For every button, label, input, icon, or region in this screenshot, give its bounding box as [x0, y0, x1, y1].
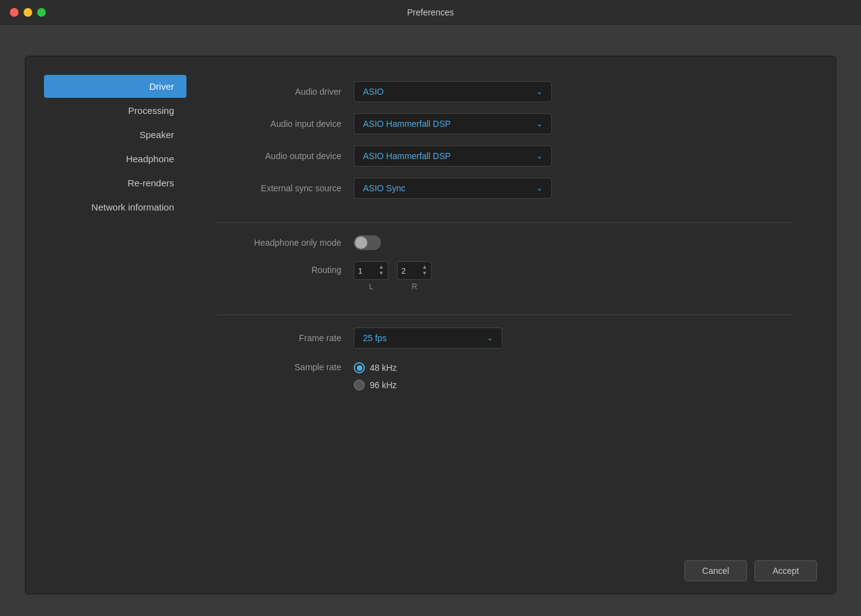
close-button[interactable] [10, 8, 19, 17]
window-controls [10, 8, 46, 17]
sample-rate-48-label: 48 kHz [370, 363, 397, 373]
sample-rate-96-label: 96 kHz [370, 380, 397, 390]
sample-rate-label: Sample rate [217, 362, 354, 372]
frame-rate-value: 25 fps [363, 333, 387, 343]
routing-inputs: 1 ▲ ▼ L 2 ▲ ▼ [354, 261, 432, 291]
frame-rate-row: Frame rate 25 fps ⌄ [217, 328, 792, 349]
sidebar-item-processing[interactable]: Processing [44, 99, 186, 122]
radio-96khz[interactable] [354, 380, 365, 391]
routing-label: Routing [217, 261, 354, 275]
external-sync-label: External sync source [217, 183, 354, 193]
cancel-button[interactable]: Cancel [684, 560, 748, 581]
audio-output-dropdown[interactable]: ASIO Hammerfall DSP ⌄ [354, 145, 552, 167]
radio-inner-48khz [357, 365, 362, 371]
frame-rate-dropdown[interactable]: 25 fps ⌄ [354, 328, 502, 349]
audio-driver-value: ASIO [363, 87, 383, 97]
sidebar-item-network-information[interactable]: Network information [44, 196, 186, 219]
routing-left-ch-label: L [369, 282, 374, 291]
chevron-down-icon: ⌄ [536, 184, 543, 193]
audio-output-label: Audio output device [217, 151, 354, 161]
chevron-down-icon: ⌄ [536, 119, 543, 128]
audio-driver-label: Audio driver [217, 87, 354, 97]
chevron-down-icon: ⌄ [487, 334, 493, 342]
maximize-button[interactable] [37, 8, 46, 17]
routing-right-ch-label: R [412, 282, 417, 291]
routing-left-value: 1 [358, 266, 362, 275]
sample-rate-96-row[interactable]: 96 kHz [354, 380, 397, 391]
frame-rate-label: Frame rate [217, 333, 354, 343]
external-sync-row: External sync source ASIO Sync ⌄ [217, 178, 792, 199]
sidebar-item-re-renders[interactable]: Re-renders [44, 171, 186, 194]
audio-input-dropdown[interactable]: ASIO Hammerfall DSP ⌄ [354, 113, 552, 134]
divider-1 [217, 222, 792, 223]
sidebar: Driver Processing Speaker Headphone Re-r… [44, 75, 193, 529]
audio-input-label: Audio input device [217, 119, 354, 129]
chevron-down-icon: ⌄ [536, 152, 543, 160]
window-title: Preferences [407, 7, 453, 17]
external-sync-value: ASIO Sync [363, 183, 405, 193]
minimize-button[interactable] [24, 8, 32, 17]
audio-output-value: ASIO Hammerfall DSP [363, 151, 451, 161]
radio-48khz[interactable] [354, 362, 365, 373]
sample-rate-group: 48 kHz 96 kHz [354, 362, 397, 391]
dialog-body: Driver Processing Speaker Headphone Re-r… [25, 56, 836, 548]
spinner-arrows-left: ▲ ▼ [378, 264, 384, 277]
headphone-mode-label: Headphone only mode [217, 238, 354, 248]
toggle-knob [355, 236, 367, 249]
audio-driver-dropdown[interactable]: ASIO ⌄ [354, 81, 552, 102]
audio-input-row: Audio input device ASIO Hammerfall DSP ⌄ [217, 113, 792, 134]
routing-row: Routing 1 ▲ ▼ L 2 [217, 261, 792, 291]
divider-2 [217, 315, 792, 315]
accept-button[interactable]: Accept [754, 560, 817, 581]
headphone-mode-row: Headphone only mode [217, 235, 792, 250]
routing-right-group: 2 ▲ ▼ R [397, 261, 432, 291]
down-arrow-icon: ▼ [378, 271, 384, 277]
sidebar-item-headphone[interactable]: Headphone [44, 147, 186, 170]
routing-right-value: 2 [401, 266, 406, 275]
dialog-footer: Cancel Accept [25, 548, 836, 594]
spinner-arrows-right: ▲ ▼ [422, 264, 427, 277]
sample-rate-row: Sample rate 48 kHz 96 kHz [217, 360, 792, 391]
routing-right-spinner[interactable]: 2 ▲ ▼ [397, 261, 432, 280]
content-area: Audio driver ASIO ⌄ Audio input device A… [193, 75, 817, 529]
sidebar-item-driver[interactable]: Driver [44, 75, 186, 98]
title-bar: Preferences [0, 0, 861, 25]
preferences-dialog: Driver Processing Speaker Headphone Re-r… [25, 56, 836, 594]
down-arrow-icon: ▼ [422, 271, 427, 277]
sidebar-item-speaker[interactable]: Speaker [44, 123, 186, 146]
audio-output-row: Audio output device ASIO Hammerfall DSP … [217, 145, 792, 167]
chevron-down-icon: ⌄ [536, 87, 543, 96]
external-sync-dropdown[interactable]: ASIO Sync ⌄ [354, 178, 552, 199]
audio-driver-row: Audio driver ASIO ⌄ [217, 81, 792, 102]
audio-input-value: ASIO Hammerfall DSP [363, 119, 451, 129]
sample-rate-48-row[interactable]: 48 kHz [354, 362, 397, 373]
routing-left-spinner[interactable]: 1 ▲ ▼ [354, 261, 388, 280]
headphone-mode-toggle[interactable] [354, 235, 381, 250]
routing-left-group: 1 ▲ ▼ L [354, 261, 388, 291]
